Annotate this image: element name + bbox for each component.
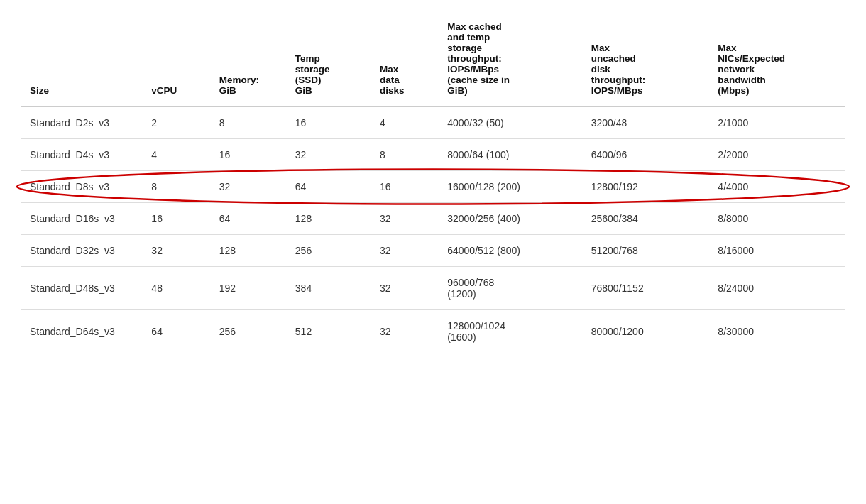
- table-cell: 512: [287, 310, 371, 354]
- table-cell: 8/30000: [709, 310, 845, 354]
- table-row: Standard_D64s_v36425651232128000/1024(16…: [21, 310, 845, 354]
- col-header-max-nics: MaxNICs/Expectednetworkbandwidth(Mbps): [709, 14, 845, 106]
- table-row: Standard_D4s_v34163288000/64 (100)6400/9…: [21, 139, 845, 171]
- table-cell: Standard_D64s_v3: [21, 310, 143, 354]
- table-cell: Standard_D4s_v3: [21, 139, 143, 171]
- table-cell: 8: [143, 171, 210, 203]
- table-cell: 32: [371, 203, 439, 235]
- col-header-max-cached: Max cachedand tempstoragethroughput:IOPS…: [439, 14, 582, 106]
- table-cell: 2/2000: [709, 139, 845, 171]
- table-cell: 32: [371, 310, 439, 354]
- table-cell: Standard_D16s_v3: [21, 203, 143, 235]
- table-cell: 6400/96: [583, 139, 710, 171]
- table-cell: Standard_D32s_v3: [21, 235, 143, 267]
- table-row: Standard_D2s_v3281644000/32 (50)3200/482…: [21, 106, 845, 139]
- table-cell: 8/24000: [709, 267, 845, 310]
- table-cell: 12800/192: [583, 171, 710, 203]
- table-row: Standard_D48s_v3481923843296000/768(1200…: [21, 267, 845, 310]
- table-cell: 8/8000: [709, 203, 845, 235]
- table-cell: 32: [371, 235, 439, 267]
- table-cell: 192: [211, 267, 287, 310]
- table-cell: Standard_D8s_v3: [21, 171, 143, 203]
- table-cell: 2: [143, 106, 210, 139]
- table-cell: 25600/384: [583, 203, 710, 235]
- table-cell: 16: [287, 106, 371, 139]
- col-header-temp-storage: Tempstorage(SSD)GiB: [287, 14, 371, 106]
- table-cell: Standard_D2s_v3: [21, 106, 143, 139]
- table-cell: 16: [371, 171, 439, 203]
- table-cell: 96000/768(1200): [439, 267, 582, 310]
- table-cell: 4: [143, 139, 210, 171]
- table-cell: 256: [211, 310, 287, 354]
- table-cell: 64: [143, 310, 210, 354]
- table-cell: 3200/48: [583, 106, 710, 139]
- table-cell: 48: [143, 267, 210, 310]
- table-cell: 32: [211, 171, 287, 203]
- table-cell: 32: [371, 267, 439, 310]
- col-header-memory: Memory:GiB: [211, 14, 287, 106]
- table-cell: 64000/512 (800): [439, 235, 582, 267]
- table-cell: 4000/32 (50): [439, 106, 582, 139]
- col-header-max-data-disks: Maxdatadisks: [371, 14, 439, 106]
- table-cell: 8: [211, 106, 287, 139]
- table-cell: 128: [287, 203, 371, 235]
- table-cell: 384: [287, 267, 371, 310]
- table-cell: 16000/128 (200): [439, 171, 582, 203]
- table-cell: 76800/1152: [583, 267, 710, 310]
- table-row: Standard_D16s_v316641283232000/256 (400)…: [21, 203, 845, 235]
- table-cell: 51200/768: [583, 235, 710, 267]
- table-container: Size vCPU Memory:GiB Tempstorage(SSD)GiB…: [21, 14, 845, 353]
- table-cell: 128000/1024(1600): [439, 310, 582, 354]
- table-cell: 8: [371, 139, 439, 171]
- table-cell: 64: [211, 203, 287, 235]
- table-cell: 8000/64 (100): [439, 139, 582, 171]
- table-cell: 80000/1200: [583, 310, 710, 354]
- table-cell: 32: [287, 139, 371, 171]
- col-header-size: Size: [21, 14, 143, 106]
- table-cell: Standard_D48s_v3: [21, 267, 143, 310]
- table-cell: 2/1000: [709, 106, 845, 139]
- table-cell: 16: [143, 203, 210, 235]
- vm-sizes-table: Size vCPU Memory:GiB Tempstorage(SSD)GiB…: [21, 14, 845, 353]
- table-cell: 32: [143, 235, 210, 267]
- table-cell: 64: [287, 171, 371, 203]
- table-cell: 32000/256 (400): [439, 203, 582, 235]
- table-cell: 4: [371, 106, 439, 139]
- table-cell: 4/4000: [709, 171, 845, 203]
- col-header-max-uncached: Maxuncacheddiskthroughput:IOPS/MBps: [583, 14, 710, 106]
- table-cell: 128: [211, 235, 287, 267]
- table-header-row: Size vCPU Memory:GiB Tempstorage(SSD)GiB…: [21, 14, 845, 106]
- table-row: Standard_D32s_v3321282563264000/512 (800…: [21, 235, 845, 267]
- table-cell: 256: [287, 235, 371, 267]
- table-cell: 8/16000: [709, 235, 845, 267]
- highlighted-table-row: Standard_D8s_v3832641616000/128 (200)128…: [21, 171, 845, 203]
- table-cell: 16: [211, 139, 287, 171]
- col-header-vcpu: vCPU: [143, 14, 210, 106]
